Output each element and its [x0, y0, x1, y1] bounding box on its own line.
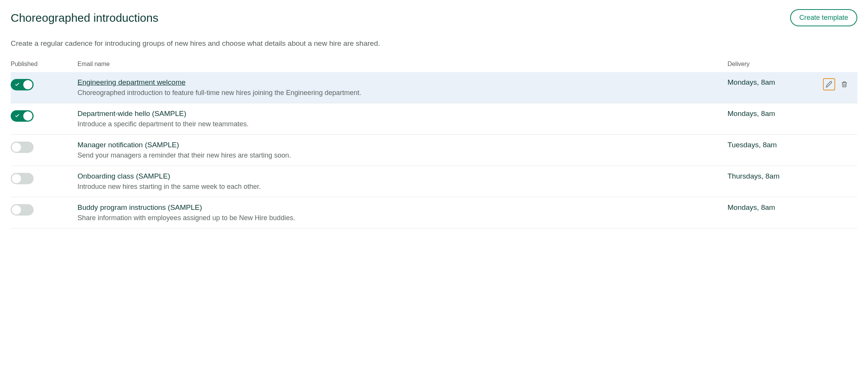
delivery-value: Mondays, 8am — [728, 203, 823, 212]
page-title: Choreographed introductions — [11, 11, 158, 24]
email-description: Choreographed introduction to feature fu… — [77, 89, 728, 97]
published-toggle[interactable] — [11, 173, 34, 184]
delivery-value: Mondays, 8am — [728, 78, 823, 87]
published-toggle[interactable] — [11, 204, 34, 216]
table-row: Engineering department welcomeChoreograp… — [11, 72, 857, 103]
email-name: Buddy program instructions (SAMPLE) — [77, 203, 728, 212]
edit-button[interactable] — [823, 78, 835, 90]
column-header-email-name: Email name — [77, 61, 728, 68]
email-description: Share information with employees assigne… — [77, 214, 728, 222]
table-row: Buddy program instructions (SAMPLE)Share… — [11, 197, 857, 229]
page-subtitle: Create a regular cadence for introducing… — [11, 39, 857, 48]
column-headers: Published Email name Delivery — [11, 61, 857, 68]
delivery-value: Mondays, 8am — [728, 109, 823, 118]
delete-button[interactable] — [838, 78, 850, 90]
email-name[interactable]: Engineering department welcome — [77, 78, 728, 87]
email-description: Introduce a specific department to their… — [77, 120, 728, 128]
email-description: Send your managers a reminder that their… — [77, 151, 728, 159]
check-icon — [15, 113, 20, 118]
pencil-icon — [825, 81, 833, 88]
published-toggle[interactable] — [11, 110, 34, 122]
create-template-button[interactable]: Create template — [790, 9, 857, 26]
column-header-published: Published — [11, 61, 77, 68]
email-name: Department-wide hello (SAMPLE) — [77, 109, 728, 118]
published-toggle[interactable] — [11, 142, 34, 153]
trash-icon — [841, 81, 848, 88]
email-name: Manager notification (SAMPLE) — [77, 141, 728, 149]
email-name: Onboarding class (SAMPLE) — [77, 172, 728, 180]
delivery-value: Thursdays, 8am — [728, 172, 823, 180]
published-toggle[interactable] — [11, 79, 34, 90]
email-description: Introduce new hires starting in the same… — [77, 183, 728, 191]
table-row: Department-wide hello (SAMPLE)Introduce … — [11, 103, 857, 135]
delivery-value: Tuesdays, 8am — [728, 141, 823, 149]
table-row: Manager notification (SAMPLE)Send your m… — [11, 135, 857, 166]
table-row: Onboarding class (SAMPLE)Introduce new h… — [11, 166, 857, 197]
column-header-delivery: Delivery — [728, 61, 823, 68]
check-icon — [15, 82, 20, 87]
